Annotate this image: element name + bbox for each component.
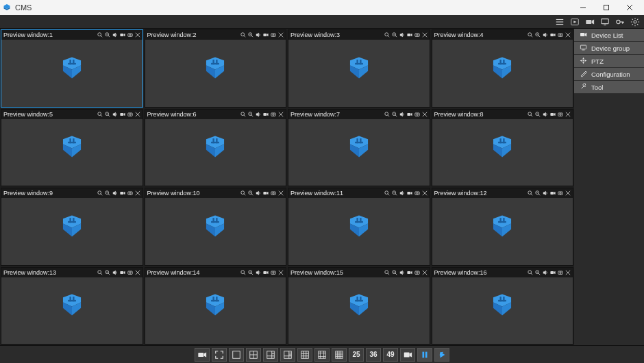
zoom-out-icon[interactable] (248, 270, 253, 275)
zoom-in-icon[interactable] (528, 112, 533, 117)
audio-icon[interactable] (112, 112, 118, 117)
record-icon[interactable] (120, 112, 125, 117)
preview-window[interactable]: Preview window:11 (288, 188, 430, 266)
record-icon[interactable] (407, 32, 412, 38)
record-icon[interactable] (550, 112, 556, 117)
audio-icon[interactable] (399, 32, 405, 38)
snapshot-icon[interactable] (271, 190, 276, 196)
zoom-in-icon[interactable] (97, 190, 103, 196)
zoom-out-icon[interactable] (535, 32, 541, 38)
record-icon[interactable] (407, 190, 412, 196)
record-camera-icon[interactable] (585, 17, 595, 27)
record-icon[interactable] (120, 270, 125, 275)
close-icon[interactable] (278, 32, 284, 38)
zoom-out-icon[interactable] (105, 112, 110, 117)
audio-icon[interactable] (543, 112, 548, 117)
preview-window[interactable]: Preview window:12 (432, 188, 574, 266)
snapshot-icon[interactable] (414, 112, 420, 117)
preview-window[interactable]: Preview window:13 (1, 267, 143, 345)
audio-icon[interactable] (543, 32, 548, 38)
zoom-in-icon[interactable] (528, 190, 533, 196)
preview-window[interactable]: Preview window:10 (145, 188, 287, 266)
close-icon[interactable] (565, 270, 571, 275)
preview-window[interactable]: Preview window:1 (1, 29, 143, 108)
audio-icon[interactable] (399, 270, 405, 275)
preview-window[interactable]: Preview window:2 (145, 29, 287, 108)
record-icon[interactable] (550, 270, 556, 275)
close-icon[interactable] (135, 270, 140, 275)
zoom-in-icon[interactable] (240, 190, 246, 196)
snapshot-icon[interactable] (127, 32, 133, 38)
preview-window[interactable]: Preview window:5 (1, 109, 143, 187)
preview-window[interactable]: Preview window:3 (288, 29, 430, 108)
record-icon[interactable] (263, 32, 269, 38)
zoom-out-icon[interactable] (105, 32, 110, 38)
menu-list-icon[interactable] (555, 17, 565, 27)
side-panel-item-ptz[interactable]: PTZ (574, 55, 644, 68)
monitor-icon[interactable] (600, 17, 610, 27)
close-icon[interactable] (278, 270, 284, 275)
preview-window[interactable]: Preview window:7 (288, 109, 430, 187)
key-icon[interactable] (615, 17, 625, 27)
record-icon[interactable] (550, 190, 556, 196)
layout-13-button[interactable] (314, 348, 330, 362)
snapshot-icon[interactable] (414, 270, 420, 275)
zoom-out-icon[interactable] (392, 270, 397, 275)
sequence-button[interactable] (400, 348, 415, 362)
close-icon[interactable] (422, 270, 428, 275)
zoom-out-icon[interactable] (392, 190, 397, 196)
layout-9-button[interactable] (297, 348, 312, 362)
layout-6-button[interactable] (263, 348, 278, 362)
snapshot-icon[interactable] (558, 112, 563, 117)
snapshot-icon[interactable] (127, 190, 133, 196)
zoom-out-icon[interactable] (248, 112, 253, 117)
side-panel-item-device-group[interactable]: Device group (574, 42, 644, 55)
close-icon[interactable] (565, 32, 571, 38)
side-panel-item-configuration[interactable]: Configuration (574, 68, 644, 81)
snapshot-icon[interactable] (558, 32, 563, 38)
zoom-in-icon[interactable] (384, 270, 390, 275)
close-icon[interactable] (135, 190, 140, 196)
audio-icon[interactable] (399, 112, 405, 117)
zoom-out-icon[interactable] (535, 112, 541, 117)
zoom-in-icon[interactable] (240, 112, 246, 117)
zoom-in-icon[interactable] (97, 112, 103, 117)
zoom-out-icon[interactable] (535, 270, 541, 275)
audio-icon[interactable] (543, 190, 548, 196)
zoom-out-icon[interactable] (535, 190, 541, 196)
side-panel-item-tool[interactable]: Tool (574, 81, 644, 94)
zoom-in-icon[interactable] (97, 32, 103, 38)
zoom-in-icon[interactable] (384, 112, 390, 117)
record-icon[interactable] (120, 190, 125, 196)
fullscreen-button[interactable] (212, 348, 227, 362)
snapshot-icon[interactable] (271, 270, 276, 275)
snapshot-icon[interactable] (414, 32, 420, 38)
snapshot-icon[interactable] (558, 270, 563, 275)
zoom-in-icon[interactable] (528, 32, 533, 38)
layout-36-button[interactable]: 36 (366, 348, 381, 362)
layout-4-button[interactable] (246, 348, 261, 362)
zoom-in-icon[interactable] (240, 270, 246, 275)
zoom-out-icon[interactable] (105, 270, 110, 275)
close-icon[interactable] (422, 112, 428, 117)
audio-icon[interactable] (256, 32, 261, 38)
layout-49-button[interactable]: 49 (383, 348, 398, 362)
audio-icon[interactable] (543, 270, 548, 275)
close-icon[interactable] (278, 112, 284, 117)
record-icon[interactable] (263, 270, 269, 275)
layout-25-button[interactable]: 25 (349, 348, 364, 362)
zoom-in-icon[interactable] (384, 190, 390, 196)
zoom-out-icon[interactable] (248, 190, 253, 196)
window-close-button[interactable] (618, 0, 641, 15)
record-icon[interactable] (407, 112, 412, 117)
record-icon[interactable] (407, 270, 412, 275)
window-minimize-button[interactable] (571, 0, 595, 15)
snapshot-icon[interactable] (271, 32, 276, 38)
record-icon[interactable] (263, 112, 269, 117)
zoom-out-icon[interactable] (392, 112, 397, 117)
zoom-out-icon[interactable] (248, 32, 253, 38)
zoom-in-icon[interactable] (97, 270, 103, 275)
record-icon[interactable] (263, 190, 269, 196)
close-icon[interactable] (135, 32, 140, 38)
preview-window[interactable]: Preview window:4 (432, 29, 574, 108)
